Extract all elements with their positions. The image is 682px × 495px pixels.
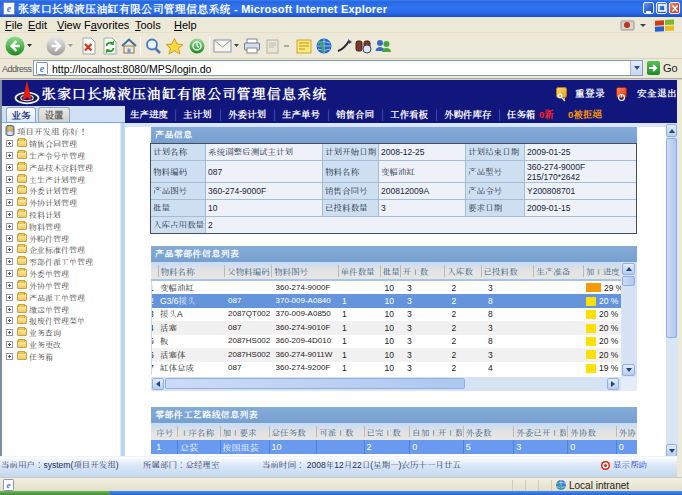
svg-text:e: e xyxy=(6,480,10,490)
svg-text:e: e xyxy=(40,63,45,74)
svg-text:e: e xyxy=(7,3,12,14)
